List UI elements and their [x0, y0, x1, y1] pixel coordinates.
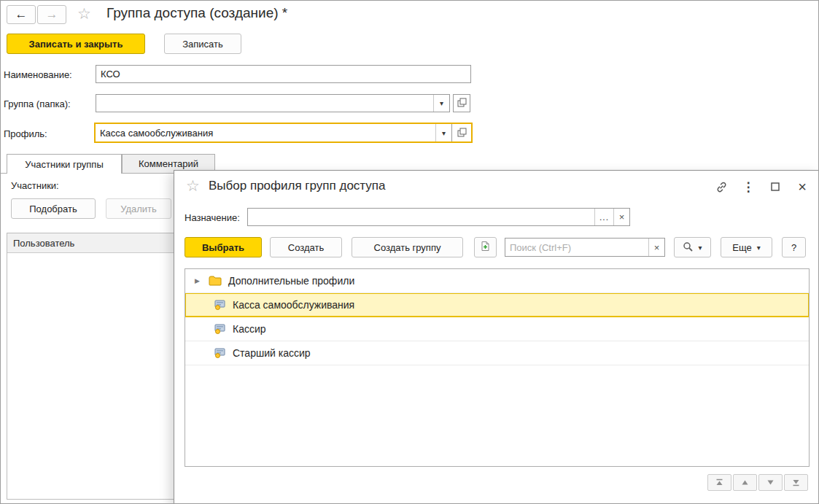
copy-document-icon — [480, 241, 491, 254]
ellipsis-icon: ... — [599, 212, 609, 222]
search-input[interactable] — [505, 239, 648, 256]
search-icon — [683, 241, 693, 254]
list-item-label: Дополнительные профили — [228, 275, 354, 287]
name-input[interactable] — [96, 65, 471, 83]
list-item-profile-selected[interactable]: Касса самообслуживания — [185, 293, 809, 317]
search-field: × — [505, 238, 665, 257]
dialog-window-controls: ⋮ × — [715, 179, 809, 195]
chevron-down-icon: ▾ — [757, 244, 761, 252]
chevron-down-icon: ▾ — [698, 244, 702, 252]
chevron-down-icon: ▾ — [440, 99, 443, 107]
create-group-button[interactable]: Создать группу — [352, 237, 463, 257]
menu-dots-icon[interactable]: ⋮ — [742, 179, 755, 194]
create-button[interactable]: Создать — [270, 237, 342, 257]
save-and-close-button[interactable]: Записать и закрыть — [7, 34, 145, 54]
scroll-top-button[interactable] — [707, 474, 731, 491]
back-icon: ← — [15, 7, 28, 22]
maximize-icon[interactable] — [769, 179, 782, 194]
profile-icon — [214, 324, 226, 334]
group-combo: ▾ — [96, 94, 450, 112]
more-button[interactable]: Еще ▾ — [721, 237, 772, 257]
assignment-choose-button[interactable]: ... — [594, 209, 613, 225]
list-item-label: Касса самообслуживания — [233, 299, 354, 311]
group-label: Группа (папка): — [4, 98, 71, 109]
open-list-icon — [457, 97, 467, 110]
profile-input[interactable] — [96, 124, 435, 141]
more-button-label: Еще — [732, 242, 751, 253]
save-button[interactable]: Записать — [164, 34, 241, 54]
scroll-bottom-button[interactable] — [784, 474, 808, 491]
delete-member-button[interactable]: Удалить — [106, 198, 171, 219]
name-label: Наименование: — [4, 69, 72, 80]
group-open-button[interactable] — [453, 94, 470, 112]
folder-icon — [209, 276, 222, 286]
clear-icon: × — [619, 212, 625, 222]
help-button[interactable]: ? — [782, 237, 806, 257]
profile-dropdown-button[interactable]: ▾ — [435, 124, 451, 141]
members-label: Участники: — [11, 180, 59, 191]
forward-button[interactable]: → — [37, 5, 66, 24]
assignment-input[interactable] — [248, 209, 594, 225]
list-item-folder[interactable]: ▶ Дополнительные профили — [185, 269, 809, 293]
profile-icon — [214, 348, 226, 358]
arrow-up-icon — [741, 476, 749, 489]
profile-select-dialog: ☆ Выбор профиля групп доступа ⋮ × Назнач… — [174, 170, 819, 504]
expand-icon[interactable]: ▶ — [195, 277, 203, 284]
profile-icon — [214, 300, 226, 310]
tab-members[interactable]: Участники группы — [7, 154, 122, 174]
close-icon[interactable]: × — [796, 179, 809, 194]
scroll-down-button[interactable] — [758, 474, 783, 491]
assignment-clear-button[interactable]: × — [613, 209, 629, 225]
nav-buttons: ← → — [7, 5, 66, 24]
clear-icon: × — [654, 242, 660, 253]
favorite-star-icon[interactable]: ☆ — [77, 6, 91, 21]
list-item-profile[interactable]: Старший кассир — [185, 341, 809, 365]
dialog-favorite-star-icon[interactable]: ☆ — [186, 178, 200, 193]
group-dropdown-button[interactable]: ▾ — [433, 95, 449, 112]
forward-icon: → — [46, 7, 58, 22]
list-item-profile[interactable]: Кассир — [185, 317, 809, 341]
open-list-icon — [457, 128, 467, 139]
arrow-down-icon — [766, 476, 775, 489]
profiles-list: ▶ Дополнительные профили — [185, 268, 810, 467]
scroll-up-button[interactable] — [733, 474, 757, 491]
create-copy-button[interactable] — [474, 237, 497, 257]
list-nav-buttons — [707, 474, 808, 491]
dialog-title: Выбор профиля групп доступа — [209, 179, 385, 193]
profile-label: Профиль: — [4, 128, 47, 139]
assignment-field: ... × — [247, 208, 630, 226]
list-item-label: Старший кассир — [233, 347, 311, 359]
profile-combo: ▾ — [94, 123, 473, 143]
pick-members-button[interactable]: Подобрать — [11, 198, 96, 219]
arrow-top-bar-icon — [715, 476, 723, 489]
chevron-down-icon: ▾ — [442, 129, 446, 137]
arrow-bottom-bar-icon — [792, 476, 800, 489]
app-window: ← → ☆ Группа доступа (создание) * Записа… — [0, 0, 819, 504]
search-clear-button[interactable]: × — [648, 239, 664, 256]
link-icon[interactable] — [715, 179, 728, 194]
search-options-button[interactable]: ▾ — [674, 237, 711, 257]
group-input[interactable] — [96, 95, 433, 112]
profile-open-button[interactable] — [451, 124, 471, 141]
list-item-label: Кассир — [233, 323, 266, 335]
select-button[interactable]: Выбрать — [185, 237, 262, 257]
page-title: Группа доступа (создание) * — [106, 5, 287, 21]
back-button[interactable]: ← — [7, 5, 36, 24]
assignment-label: Назначение: — [185, 212, 240, 223]
